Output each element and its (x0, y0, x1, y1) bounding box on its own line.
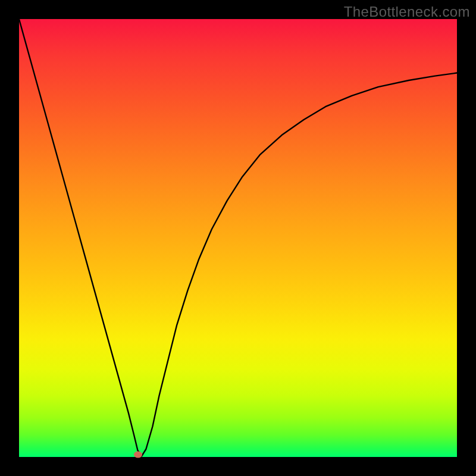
chart-frame: TheBottleneck.com (0, 0, 476, 476)
minimum-marker-dot (134, 452, 142, 458)
gradient-plot-area (19, 19, 457, 457)
bottleneck-curve (19, 19, 457, 456)
watermark-text: TheBottleneck.com (344, 4, 470, 20)
curve-layer (19, 19, 457, 457)
